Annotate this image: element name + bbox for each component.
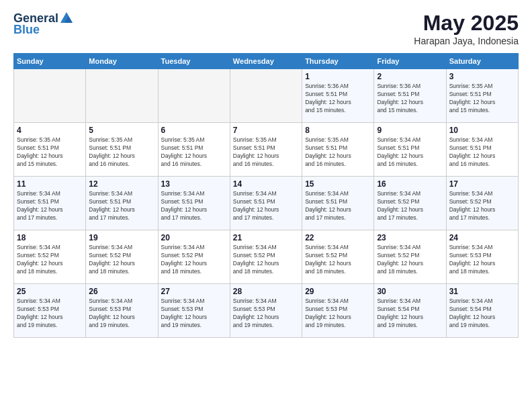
- table-row: 21Sunrise: 5:34 AM Sunset: 5:52 PM Dayli…: [230, 230, 302, 284]
- table-row: [230, 69, 302, 123]
- table-row: 2Sunrise: 5:36 AM Sunset: 5:51 PM Daylig…: [374, 69, 446, 123]
- day-info: Sunrise: 5:34 AM Sunset: 5:51 PM Dayligh…: [161, 190, 227, 222]
- table-row: 24Sunrise: 5:34 AM Sunset: 5:53 PM Dayli…: [446, 230, 518, 284]
- day-number: 26: [89, 287, 154, 296]
- header: General Blue May 2025 Harapan Jaya, Indo…: [13, 11, 519, 46]
- table-row: 31Sunrise: 5:34 AM Sunset: 5:54 PM Dayli…: [446, 284, 518, 338]
- day-info: Sunrise: 5:34 AM Sunset: 5:53 PM Dayligh…: [17, 298, 83, 330]
- day-number: 20: [161, 233, 227, 242]
- day-info: Sunrise: 5:35 AM Sunset: 5:51 PM Dayligh…: [89, 136, 154, 169]
- page-title: May 2025: [414, 11, 519, 36]
- table-row: 19Sunrise: 5:34 AM Sunset: 5:52 PM Dayli…: [86, 230, 158, 284]
- day-info: Sunrise: 5:35 AM Sunset: 5:51 PM Dayligh…: [233, 136, 299, 169]
- table-row: 27Sunrise: 5:34 AM Sunset: 5:53 PM Dayli…: [158, 284, 230, 338]
- day-info: Sunrise: 5:34 AM Sunset: 5:53 PM Dayligh…: [161, 298, 227, 330]
- day-number: 14: [233, 179, 299, 189]
- table-row: 11Sunrise: 5:34 AM Sunset: 5:51 PM Dayli…: [14, 177, 86, 230]
- day-number: 25: [17, 287, 83, 296]
- table-row: 9Sunrise: 5:34 AM Sunset: 5:51 PM Daylig…: [374, 123, 446, 177]
- table-row: 16Sunrise: 5:34 AM Sunset: 5:52 PM Dayli…: [374, 177, 446, 230]
- page-subtitle: Harapan Jaya, Indonesia: [414, 36, 519, 46]
- day-info: Sunrise: 5:34 AM Sunset: 5:51 PM Dayligh…: [305, 190, 371, 222]
- table-row: 23Sunrise: 5:34 AM Sunset: 5:52 PM Dayli…: [374, 230, 446, 284]
- table-row: 29Sunrise: 5:34 AM Sunset: 5:53 PM Dayli…: [302, 284, 374, 338]
- day-info: Sunrise: 5:34 AM Sunset: 5:52 PM Dayligh…: [305, 244, 371, 276]
- day-info: Sunrise: 5:34 AM Sunset: 5:52 PM Dayligh…: [89, 244, 154, 276]
- table-row: [86, 69, 158, 123]
- calendar-week-2: 4Sunrise: 5:35 AM Sunset: 5:51 PM Daylig…: [14, 123, 519, 177]
- table-row: 6Sunrise: 5:35 AM Sunset: 5:51 PM Daylig…: [158, 123, 230, 177]
- day-number: 27: [161, 287, 227, 296]
- calendar-week-1: 1Sunrise: 5:36 AM Sunset: 5:51 PM Daylig…: [14, 69, 519, 123]
- table-row: 25Sunrise: 5:34 AM Sunset: 5:53 PM Dayli…: [14, 284, 86, 338]
- table-row: 1Sunrise: 5:36 AM Sunset: 5:51 PM Daylig…: [302, 69, 374, 123]
- day-number: 7: [233, 126, 299, 135]
- day-number: 17: [449, 179, 515, 189]
- day-info: Sunrise: 5:34 AM Sunset: 5:53 PM Dayligh…: [89, 298, 154, 330]
- day-number: 2: [377, 72, 443, 81]
- day-number: 19: [89, 233, 154, 242]
- day-number: 12: [89, 179, 154, 189]
- day-info: Sunrise: 5:34 AM Sunset: 5:51 PM Dayligh…: [17, 190, 83, 222]
- page: General Blue May 2025 Harapan Jaya, Indo…: [0, 0, 532, 411]
- day-number: 13: [161, 179, 227, 189]
- day-number: 31: [449, 287, 515, 296]
- day-number: 3: [449, 72, 515, 81]
- table-row: 20Sunrise: 5:34 AM Sunset: 5:52 PM Dayli…: [158, 230, 230, 284]
- logo-icon: [59, 11, 74, 26]
- day-number: 22: [305, 233, 371, 242]
- day-info: Sunrise: 5:34 AM Sunset: 5:54 PM Dayligh…: [449, 298, 515, 330]
- day-number: 9: [377, 126, 443, 135]
- table-row: 15Sunrise: 5:34 AM Sunset: 5:51 PM Dayli…: [302, 177, 374, 230]
- day-number: 11: [17, 179, 83, 189]
- day-info: Sunrise: 5:34 AM Sunset: 5:52 PM Dayligh…: [17, 244, 83, 276]
- col-tuesday: Tuesday: [158, 54, 230, 69]
- day-number: 18: [17, 233, 83, 242]
- day-info: Sunrise: 5:35 AM Sunset: 5:51 PM Dayligh…: [449, 83, 515, 115]
- table-row: 3Sunrise: 5:35 AM Sunset: 5:51 PM Daylig…: [446, 69, 518, 123]
- header-row: Sunday Monday Tuesday Wednesday Thursday…: [14, 54, 519, 69]
- day-number: 21: [233, 233, 299, 242]
- table-row: 14Sunrise: 5:34 AM Sunset: 5:51 PM Dayli…: [230, 177, 302, 230]
- day-number: 5: [89, 126, 154, 135]
- col-saturday: Saturday: [446, 54, 518, 69]
- table-row: 28Sunrise: 5:34 AM Sunset: 5:53 PM Dayli…: [230, 284, 302, 338]
- day-info: Sunrise: 5:35 AM Sunset: 5:51 PM Dayligh…: [305, 136, 371, 169]
- day-number: 15: [305, 179, 371, 189]
- day-number: 28: [233, 287, 299, 296]
- table-row: 17Sunrise: 5:34 AM Sunset: 5:52 PM Dayli…: [446, 177, 518, 230]
- day-info: Sunrise: 5:36 AM Sunset: 5:51 PM Dayligh…: [305, 83, 371, 115]
- day-info: Sunrise: 5:34 AM Sunset: 5:51 PM Dayligh…: [449, 136, 515, 169]
- day-info: Sunrise: 5:35 AM Sunset: 5:51 PM Dayligh…: [17, 136, 83, 169]
- day-info: Sunrise: 5:34 AM Sunset: 5:51 PM Dayligh…: [377, 136, 443, 169]
- table-row: 26Sunrise: 5:34 AM Sunset: 5:53 PM Dayli…: [86, 284, 158, 338]
- table-row: 5Sunrise: 5:35 AM Sunset: 5:51 PM Daylig…: [86, 123, 158, 177]
- day-info: Sunrise: 5:34 AM Sunset: 5:52 PM Dayligh…: [377, 244, 443, 276]
- col-thursday: Thursday: [302, 54, 374, 69]
- day-info: Sunrise: 5:34 AM Sunset: 5:53 PM Dayligh…: [449, 244, 515, 276]
- day-info: Sunrise: 5:34 AM Sunset: 5:53 PM Dayligh…: [305, 298, 371, 330]
- day-info: Sunrise: 5:34 AM Sunset: 5:54 PM Dayligh…: [377, 298, 443, 330]
- col-friday: Friday: [374, 54, 446, 69]
- day-info: Sunrise: 5:34 AM Sunset: 5:53 PM Dayligh…: [233, 298, 299, 330]
- table-row: 18Sunrise: 5:34 AM Sunset: 5:52 PM Dayli…: [14, 230, 86, 284]
- calendar-table: Sunday Monday Tuesday Wednesday Thursday…: [13, 53, 519, 338]
- day-info: Sunrise: 5:34 AM Sunset: 5:51 PM Dayligh…: [233, 190, 299, 222]
- calendar-week-5: 25Sunrise: 5:34 AM Sunset: 5:53 PM Dayli…: [14, 284, 519, 338]
- table-row: 12Sunrise: 5:34 AM Sunset: 5:51 PM Dayli…: [86, 177, 158, 230]
- table-row: 13Sunrise: 5:34 AM Sunset: 5:51 PM Dayli…: [158, 177, 230, 230]
- table-row: 4Sunrise: 5:35 AM Sunset: 5:51 PM Daylig…: [14, 123, 86, 177]
- table-row: [158, 69, 230, 123]
- day-info: Sunrise: 5:35 AM Sunset: 5:51 PM Dayligh…: [161, 136, 227, 169]
- day-info: Sunrise: 5:34 AM Sunset: 5:52 PM Dayligh…: [377, 190, 443, 222]
- logo: General Blue: [13, 11, 75, 37]
- title-block: May 2025 Harapan Jaya, Indonesia: [414, 11, 519, 46]
- day-info: Sunrise: 5:34 AM Sunset: 5:51 PM Dayligh…: [89, 190, 154, 222]
- col-sunday: Sunday: [14, 54, 86, 69]
- table-row: 10Sunrise: 5:34 AM Sunset: 5:51 PM Dayli…: [446, 123, 518, 177]
- table-row: 7Sunrise: 5:35 AM Sunset: 5:51 PM Daylig…: [230, 123, 302, 177]
- day-number: 6: [161, 126, 227, 135]
- day-number: 16: [377, 179, 443, 189]
- day-number: 29: [305, 287, 371, 296]
- day-info: Sunrise: 5:34 AM Sunset: 5:52 PM Dayligh…: [233, 244, 299, 276]
